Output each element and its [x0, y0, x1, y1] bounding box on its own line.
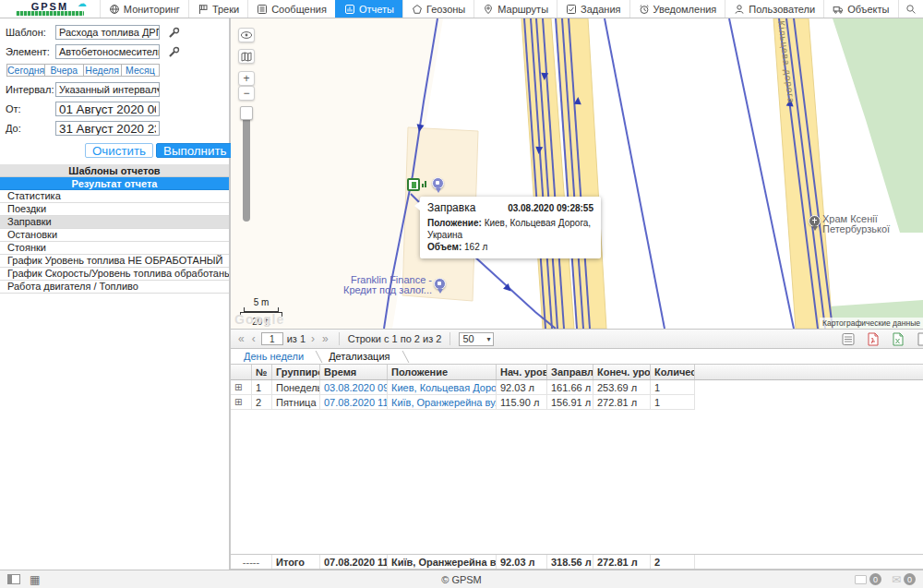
church-label-line2: Петербурзької — [822, 224, 890, 234]
tab-separator — [396, 351, 409, 363]
quick-range-group: Сегодня Вчера Неделя Месяц — [6, 64, 160, 77]
results-toolbar: « ‹ из 1 › » Строки с 1 по 2 из 2 50 ▾ — [231, 329, 923, 349]
range-today-button[interactable]: Сегодня — [6, 64, 45, 77]
row-time-link[interactable]: 07.08.2020 11:39:28 — [320, 395, 388, 410]
row-location-link[interactable]: Київ, Оранжерейна вул., Україна — [388, 395, 497, 410]
report-item-parkings[interactable]: Стоянки — [0, 242, 229, 255]
expand-row-button[interactable]: ⊞ — [231, 380, 252, 395]
church-pin-icon[interactable] — [809, 215, 821, 227]
column-header[interactable]: Заправлено — [547, 365, 593, 379]
row-time-link[interactable]: 03.08.2020 09:28:55 — [320, 380, 388, 395]
map-attribution: Картографические данные — [820, 318, 923, 329]
tooltip-location-label: Положение: — [427, 218, 482, 228]
poi-pin-icon[interactable] — [432, 177, 444, 189]
nav-tab-monitoring[interactable]: Мониторинг — [100, 0, 188, 18]
report-chart-icon — [344, 4, 355, 15]
tooltip-volume-label: Объем: — [427, 242, 462, 252]
logo-green-bar — [16, 11, 84, 16]
nav-tab-geofences[interactable]: Геозоны — [402, 0, 473, 18]
wrench-icon[interactable] — [168, 27, 180, 39]
tab-day-of-week[interactable]: День недели — [236, 351, 311, 362]
business-label[interactable]: Franklin Finance - Кредит под залог... — [332, 275, 432, 295]
column-header[interactable]: Количество — [651, 365, 695, 379]
last-page-button[interactable]: » — [320, 332, 330, 345]
table-row[interactable]: ⊞ 2 Пятница 07.08.2020 11:39:28 Київ, Ор… — [231, 395, 923, 410]
expand-row-button[interactable]: ⊞ — [231, 395, 252, 410]
nav-tab-messages[interactable]: Сообщения — [247, 0, 335, 18]
range-week-button[interactable]: Неделя — [83, 64, 122, 77]
zoom-slider-track[interactable] — [243, 106, 250, 222]
report-item-statistics[interactable]: Статистика — [0, 190, 229, 203]
to-label: До: — [6, 123, 55, 134]
report-item-stops[interactable]: Остановки — [0, 229, 229, 242]
templates-section-header[interactable]: Шаблоны отчетов — [0, 164, 229, 177]
column-header[interactable]: Время — [320, 365, 388, 379]
nav-tab-label: Мониторинг — [124, 4, 180, 15]
mail-icon[interactable]: ✉ — [892, 573, 901, 586]
nav-tab-reports[interactable]: Отчеты — [335, 0, 402, 18]
zoom-slider-handle[interactable] — [240, 106, 253, 120]
page-number-input[interactable] — [261, 332, 283, 345]
report-item-fuel-raw-chart[interactable]: График Уровень топлива НЕ ОБРАБОТАНЫЙ — [0, 255, 229, 268]
report-item-engine-fuel[interactable]: Работа двигателя / Топливо — [0, 281, 229, 294]
column-header[interactable]: Нач. уровень — [497, 365, 547, 379]
range-month-button[interactable]: Месяц — [121, 64, 160, 77]
search-button[interactable] — [898, 0, 923, 18]
table-row[interactable]: ⊞ 1 Понедельник 03.08.2020 09:28:55 Киев… — [231, 380, 923, 395]
element-select[interactable]: Автобетоносмеситель ▾ — [55, 44, 160, 59]
search-icon — [905, 4, 917, 15]
map-canvas[interactable]: + − Franklin Finance - Кредит под залог.… — [231, 18, 923, 329]
report-item-refuels[interactable]: Заправки — [0, 216, 229, 229]
report-item-trips[interactable]: Поездки — [0, 203, 229, 216]
report-item-speed-fuel-chart[interactable]: График Скорость/Уровень топлива обработа… — [0, 268, 229, 281]
row-location-link[interactable]: Киев, Кольцевая Дорога, Украина — [388, 380, 497, 395]
result-section-header[interactable]: Результат отчета — [0, 177, 229, 190]
nav-tab-tracks[interactable]: Треки — [188, 0, 247, 18]
print-table-icon[interactable] — [842, 332, 855, 346]
column-header[interactable]: Группировка — [272, 365, 320, 379]
from-label: От: — [6, 103, 55, 114]
app-logo[interactable]: ☁ GPSM — [0, 0, 100, 18]
nav-tab-routes[interactable]: Маршруты — [473, 0, 557, 18]
row-start-level: 115.90 л — [497, 395, 547, 410]
church-label[interactable]: Храм Ксенії Петербурзької — [822, 214, 890, 234]
first-page-button[interactable]: « — [236, 332, 246, 345]
template-select[interactable]: Расхода топлива ДРП ▾ — [55, 25, 160, 40]
logo-text: GPSM — [31, 2, 68, 11]
page-size-select[interactable]: 50 ▾ — [459, 332, 494, 346]
row-end-level: 272.81 л — [593, 395, 651, 410]
column-header[interactable]: Конеч. уровень — [593, 365, 651, 379]
message-list-icon — [257, 4, 268, 15]
tab-details[interactable]: Детализация — [321, 351, 397, 362]
nav-tab-objects[interactable]: Объекты — [823, 0, 897, 18]
fuel-station-marker[interactable] — [407, 178, 420, 191]
column-header[interactable]: № — [252, 365, 272, 379]
interval-select[interactable]: Указанный интервал ▾ — [55, 82, 160, 97]
header-filler — [695, 365, 923, 379]
cards-icon[interactable] — [855, 575, 867, 584]
range-yesterday-button[interactable]: Вчера — [44, 64, 83, 77]
nav-tab-users[interactable]: Пользователи — [725, 0, 823, 18]
export-pdf-icon[interactable] — [867, 332, 880, 346]
tooltip-pointer — [414, 201, 420, 210]
row-group: Понедельник — [272, 380, 320, 395]
prev-page-button[interactable]: ‹ — [250, 332, 258, 345]
business-pin-icon[interactable] — [434, 278, 446, 290]
column-header[interactable]: Положение — [388, 365, 497, 379]
zoom-out-button[interactable]: − — [238, 86, 255, 101]
from-date-input[interactable] — [55, 102, 160, 116]
export-doc-icon[interactable] — [917, 332, 923, 346]
export-excel-icon[interactable] — [892, 332, 905, 346]
nav-tab-notifications[interactable]: Уведомления — [629, 0, 725, 18]
nav-tab-tasks[interactable]: Задания — [557, 0, 629, 18]
expand-column-header — [231, 365, 252, 379]
visibility-toggle-button[interactable] — [238, 28, 255, 42]
map-type-button[interactable] — [238, 49, 255, 64]
wrench-icon[interactable] — [168, 46, 180, 58]
zoom-in-button[interactable]: + — [238, 71, 255, 86]
next-page-button[interactable]: › — [309, 332, 317, 345]
mail-count-badge: 0 — [904, 573, 916, 585]
to-date-input[interactable] — [55, 121, 160, 136]
execute-button[interactable]: Выполнить — [156, 143, 234, 158]
clear-button[interactable]: Очистить — [85, 143, 153, 158]
